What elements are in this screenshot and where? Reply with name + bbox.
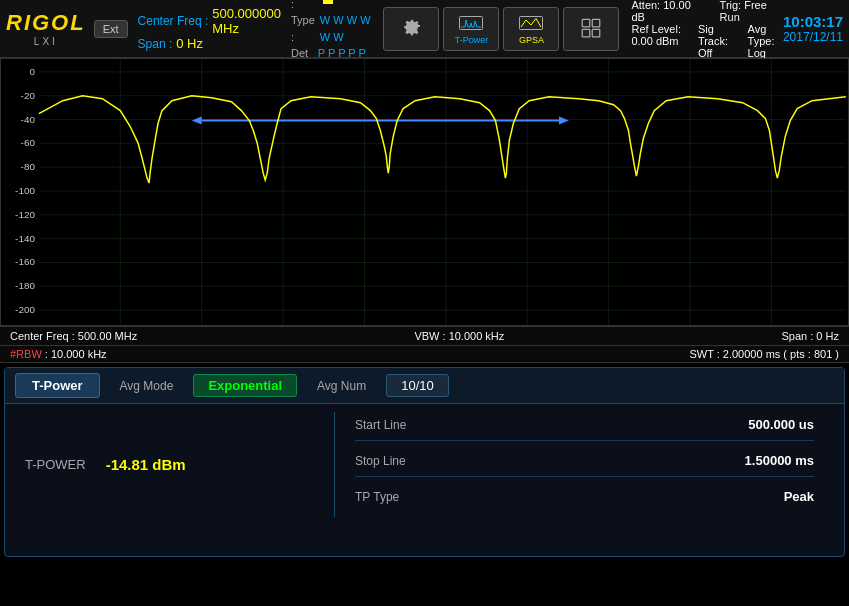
grid-icon-btn[interactable] [563,7,619,51]
svg-rect-4 [593,19,601,27]
svg-rect-3 [583,19,591,27]
tpower-right: Start Line 500.000 us Stop Line 1.50000 … [335,412,834,517]
span-value: 0 Hz [176,36,203,51]
svg-text:-140: -140 [15,233,35,244]
date-display: 2017/12/11 [783,30,843,44]
tpower-icon-label: T-Power [455,35,489,45]
start-line-row: Start Line 500.000 us [355,417,814,441]
vbw-info: VBW : 10.000 kHz [414,330,504,342]
tpower-power-value: -14.81 dBm [106,456,186,473]
logo-rigol: RIGOL [6,10,86,36]
gpsa-icon-btn[interactable]: GPSA [503,7,559,51]
start-line-value: 500.000 us [748,417,814,432]
logo-area: RIGOL LXI [6,10,86,47]
gpsa-icon-label: GPSA [519,35,544,45]
svg-text:-120: -120 [15,209,35,220]
trace-5[interactable]: 5 [359,0,365,4]
bottom-info: Center Freq : 500.00 MHz VBW : 10.000 kH… [0,326,849,346]
center-freq-label: Center Freq : [138,14,209,28]
trace-2[interactable]: 2 [335,0,341,4]
rbw-value: : 10.000 kHz [45,348,107,360]
freq-span-info: Center Freq : 500.000000 MHz Span : 0 Hz [138,6,281,51]
center-freq-value: 500.000000 MHz [212,6,281,36]
trace-1[interactable]: 1 [323,0,333,4]
stop-line-value: 1.50000 ms [745,453,814,468]
sig-track-info: Sig Track: Off [698,23,732,59]
swt-info: SWT : 2.00000 ms ( pts : 801 ) [689,348,839,360]
info-row-2: Ref Level: 0.00 dBm Sig Track: Off Avg T… [631,23,783,59]
avg-mode-label: Avg Mode [120,379,174,393]
trace-3[interactable]: 3 [343,0,349,4]
trace-label: Trace : [291,0,319,12]
avg-type-info: Avg Type: Log [748,23,783,59]
span-info: Span : 0 Hz [782,330,839,342]
stop-line-row: Stop Line 1.50000 ms [355,453,814,477]
svg-text:-40: -40 [21,114,36,125]
span-label: Span : [138,37,173,51]
svg-text:-180: -180 [15,280,35,291]
rbw-info: #RBW : 10.000 kHz [10,348,107,360]
type-label: Type : [291,12,315,45]
stop-line-label: Stop Line [355,454,406,468]
svg-text:-100: -100 [15,185,35,196]
ref-level-info: Ref Level: 0.00 dBm [631,23,681,59]
rbw-row: #RBW : 10.000 kHz SWT : 2.00000 ms ( pts… [0,346,849,363]
trace-6[interactable]: 6 [367,0,373,4]
tpower-left: T-POWER -14.81 dBm [15,412,335,517]
chart-area: 0 -20 -40 -60 -80 -100 -120 -140 -160 -1… [0,58,849,326]
tpower-panel: T-Power Avg Mode Exponential Avg Num 10/… [4,367,845,557]
header-icons: T-Power GPSA [383,7,619,51]
center-freq-bottom: Center Freq : 500.00 MHz [10,330,137,342]
svg-text:-60: -60 [21,137,36,148]
logo-lxi: LXI [34,36,58,47]
datetime-block: 10:03:17 2017/12/11 [783,13,843,44]
svg-text:-200: -200 [15,304,35,315]
trace-4[interactable]: 4 [351,0,357,4]
svg-rect-5 [583,29,591,37]
avg-num-value[interactable]: 10/10 [386,374,449,397]
svg-rect-6 [593,29,601,37]
tp-type-value: Peak [784,489,814,504]
atten-info: Atten: 10.00 dB [631,0,699,23]
tp-type-label: TP Type [355,490,399,504]
svg-text:-160: -160 [15,256,35,267]
svg-text:-20: -20 [21,90,36,101]
tpower-power-label: T-POWER [25,457,86,472]
time-display: 10:03:17 [783,13,843,30]
tpower-icon-btn[interactable]: T-Power [443,7,499,51]
trig-info: Trig: Free Run [720,0,783,23]
spectrum-chart: 0 -20 -40 -60 -80 -100 -120 -140 -160 -1… [1,59,848,325]
header-right: Atten: 10.00 dB Trig: Free Run Ref Level… [631,0,783,59]
header: RIGOL LXI Ext Center Freq : 500.000000 M… [0,0,849,58]
info-row: Atten: 10.00 dB Trig: Free Run [631,0,783,23]
tpower-header: T-Power Avg Mode Exponential Avg Num 10/… [5,368,844,404]
svg-text:0: 0 [29,66,35,77]
tpower-body: T-POWER -14.81 dBm Start Line 500.000 us… [5,404,844,525]
settings-icon-btn[interactable] [383,7,439,51]
avg-mode-value[interactable]: Exponential [193,374,297,397]
svg-text:-80: -80 [21,161,36,172]
type-values: W W W W W W [320,12,373,45]
tp-type-row: TP Type Peak [355,489,814,512]
avg-num-label: Avg Num [317,379,366,393]
ext-button[interactable]: Ext [94,20,128,38]
tpower-title[interactable]: T-Power [15,373,100,398]
start-line-label: Start Line [355,418,406,432]
rbw-label: #RBW [10,348,42,360]
